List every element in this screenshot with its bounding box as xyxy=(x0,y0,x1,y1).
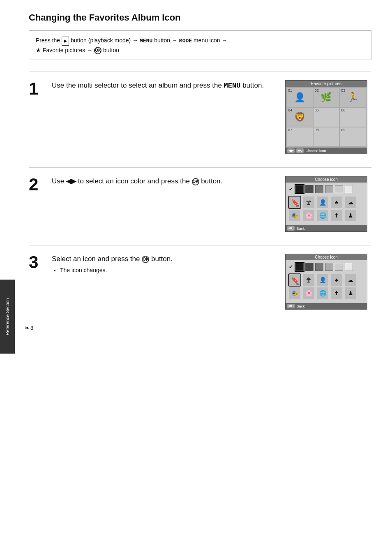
icon-flower-3[interactable]: 🌸 xyxy=(303,287,314,299)
instruction-part2: button (playback mode) → xyxy=(71,37,140,44)
icon-person-3[interactable]: 👤 xyxy=(317,274,328,286)
icon-row-2-2: 🎭 🌸 🌐 ✝ ♟ xyxy=(289,210,364,221)
icon-row-3-2: 🎭 🌸 🌐 ✝ ♟ xyxy=(289,287,364,299)
fav-screen-footer: ◀▶ MU Choose icon xyxy=(286,148,367,154)
mode-label: MODE xyxy=(179,38,192,44)
icon-footer-btn-2: MU xyxy=(287,226,295,231)
icon-globe[interactable]: 🌐 xyxy=(317,210,328,221)
color-black[interactable] xyxy=(295,185,304,193)
icon-globe-3[interactable]: 🌐 xyxy=(317,287,328,299)
step-1-image: Favorite pictures 01 👤 02 🌿 03 🏃 xyxy=(285,80,371,154)
instruction-part5: Favorite pictures → xyxy=(43,47,94,53)
icon-screen-title-3: Choose icon xyxy=(286,254,367,260)
cam-cell-09: 09 xyxy=(340,127,366,146)
divider-1 xyxy=(29,72,371,72)
fav-grid: 01 👤 02 🌿 03 🏃 04 🦁 xyxy=(286,87,367,148)
ok-circle-2: OK xyxy=(192,178,199,185)
icon-footer-text-3: Back xyxy=(296,304,304,308)
icon-club[interactable]: ♣ xyxy=(331,197,342,208)
step-2-image: Choose icon ✔ 🔖 01 xyxy=(285,176,371,232)
step-3: 3 Select an icon and press the OK button… xyxy=(29,254,371,310)
icon-row-3-1: 🔖 01 🗑 👤 ♣ ☁ xyxy=(289,274,364,286)
cam-cell-07: 07 xyxy=(287,127,313,146)
color-white-3[interactable] xyxy=(345,263,353,271)
color-gray[interactable] xyxy=(315,185,323,193)
cam-cell-08: 08 xyxy=(314,127,339,146)
icon-person[interactable]: 👤 xyxy=(317,197,328,208)
icon-club-3[interactable]: ♣ xyxy=(331,274,342,286)
instruction-box: Press the ▶ button (playback mode) → MEN… xyxy=(29,30,371,60)
step-3-bullet-list: The icon changes. xyxy=(53,267,277,273)
step-2-text: Use ◀▶ to select an icon color and press… xyxy=(52,176,277,187)
icon-drama[interactable]: 🎭 xyxy=(289,210,300,221)
color-verylightgray[interactable] xyxy=(335,185,343,193)
menu-label: MENU xyxy=(140,38,152,44)
icon-bookmark-01-3[interactable]: 🔖 01 xyxy=(289,274,300,286)
step-3-content: Select an icon and press the OK button. … xyxy=(52,254,277,273)
step-2-number: 2 xyxy=(29,176,44,193)
step-1-text: Use the multi selector to select an albu… xyxy=(52,80,277,91)
icon-row-2-1: 🔖 01 🗑 👤 ♣ ☁ xyxy=(289,197,364,208)
choose-icon-screen-2: Choose icon ✔ 🔖 01 xyxy=(285,176,367,232)
icon-cloud-3[interactable]: ☁ xyxy=(345,274,356,286)
ok-button-icon: OK xyxy=(94,47,101,54)
color-white[interactable] xyxy=(345,185,353,193)
cam-cell-03: 03 🏃 xyxy=(340,88,366,107)
icon-screen-footer-2: MU Back xyxy=(286,225,367,231)
icon-rows-2: 🔖 01 🗑 👤 ♣ ☁ 🎭 🌸 🌐 ✝ ♟ xyxy=(286,195,367,225)
color-black-3[interactable] xyxy=(295,263,304,271)
page-wrapper: Changing the Favorites Album Icon Press … xyxy=(0,0,392,339)
step-1-content: Use the multi selector to select an albu… xyxy=(52,80,277,94)
page-num-text: 8 xyxy=(30,325,33,331)
icon-chess-3[interactable]: ♟ xyxy=(345,287,356,299)
sidebar-reference-section: Reference Section xyxy=(0,280,15,354)
instruction-part3: button → xyxy=(154,37,179,44)
icon-screen-footer-3: MU Back xyxy=(286,303,367,309)
cam-cell-04: 04 🦁 xyxy=(287,108,313,127)
fav-footer-text: Choose icon xyxy=(305,149,326,153)
page-num-icon: ❧ xyxy=(25,324,30,331)
icon-footer-btn-3: MU xyxy=(287,304,295,308)
color-gray-3[interactable] xyxy=(315,263,323,271)
icon-chess[interactable]: ♟ xyxy=(345,210,356,221)
divider-2 xyxy=(29,167,371,168)
cam-cell-01: 01 👤 xyxy=(287,88,313,107)
menu-bold: MENU xyxy=(224,82,241,90)
icon-bookmark-01[interactable]: 🔖 01 xyxy=(289,197,300,208)
instruction-part6: button xyxy=(103,47,119,53)
choose-icon-screen-3: Choose icon ✔ 🔖 01 xyxy=(285,254,367,310)
page-number: ❧ 8 xyxy=(25,324,33,331)
cam-cell-02: 02 🌿 xyxy=(314,88,339,107)
divider-3 xyxy=(29,245,371,245)
icon-trash-3[interactable]: 🗑 xyxy=(303,274,314,286)
color-lightgray-3[interactable] xyxy=(325,263,333,271)
step-3-text: Select an icon and press the OK button. xyxy=(52,254,277,264)
step-3-number: 3 xyxy=(29,254,44,271)
icon-cross[interactable]: ✝ xyxy=(331,210,342,221)
cam-cell-05: 05 xyxy=(314,108,339,127)
icon-rows-3: 🔖 01 🗑 👤 ♣ ☁ 🎭 🌸 🌐 ✝ ♟ xyxy=(286,273,367,303)
color-lightgray[interactable] xyxy=(325,185,333,193)
icon-trash[interactable]: 🗑 xyxy=(303,197,314,208)
ok-circle-3: OK xyxy=(142,256,149,263)
instruction-part4: menu icon → xyxy=(194,37,227,44)
color-swatch-row-2: ✔ xyxy=(286,183,367,195)
icon-drama-3[interactable]: 🎭 xyxy=(289,287,300,299)
fav-footer-mu-btn: MU xyxy=(296,148,304,153)
icon-cloud[interactable]: ☁ xyxy=(345,197,356,208)
color-verylightgray-3[interactable] xyxy=(335,263,343,271)
step-3-image: Choose icon ✔ 🔖 01 xyxy=(285,254,371,310)
color-darkgray-3[interactable] xyxy=(305,263,314,271)
cam-cell-06: 06 xyxy=(340,108,366,127)
color-darkgray[interactable] xyxy=(305,185,314,193)
icon-cross-3[interactable]: ✝ xyxy=(331,287,342,299)
bookmark-checkmark-icon-3: ✔ xyxy=(289,264,293,270)
bookmark-checkmark-icon: ✔ xyxy=(289,186,293,192)
step-1-number: 1 xyxy=(29,80,44,97)
fav-screen-title: Favorite pictures xyxy=(286,81,367,87)
step-1: 1 Use the multi selector to select an al… xyxy=(29,80,371,154)
lr-arrows-icon: ◀▶ xyxy=(66,176,76,186)
icon-flower[interactable]: 🌸 xyxy=(303,210,314,221)
icon-screen-title-2: Choose icon xyxy=(286,176,367,183)
icon-footer-text-2: Back xyxy=(296,227,304,231)
